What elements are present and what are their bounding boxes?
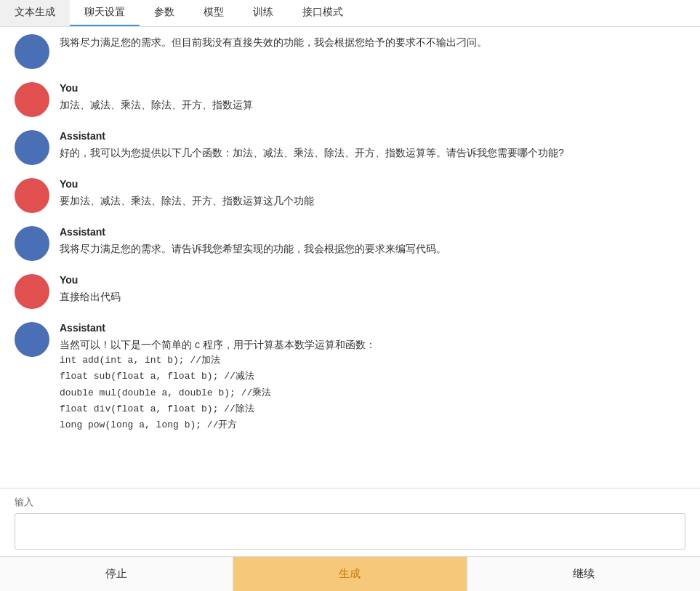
message-row: You 加法、减法、乘法、除法、开方、指数运算	[15, 82, 685, 117]
message-content: You 加法、减法、乘法、除法、开方、指数运算	[60, 82, 685, 113]
tab-training[interactable]: 训练	[238, 0, 288, 26]
sender-name: You	[60, 178, 685, 190]
sender-name: You	[60, 274, 685, 286]
main-content: 我将尽力满足您的需求。但目前我没有直接失效的功能，我会根据您给予的要求不不输出刁…	[0, 27, 700, 591]
message-text: 我将尽力满足您的需求。请告诉我您希望实现的功能，我会根据您的要求来编写代码。	[60, 241, 685, 257]
avatar-user	[15, 274, 49, 309]
message-row: Assistant 我将尽力满足您的需求。请告诉我您希望实现的功能，我会根据您的…	[15, 226, 685, 261]
avatar-assistant	[15, 34, 49, 69]
message-row: You 直接给出代码	[15, 274, 685, 309]
message-row: You 要加法、减法、乘法、除法、开方、指数运算这几个功能	[15, 178, 685, 213]
message-content: Assistant 好的，我可以为您提供以下几个函数：加法、减法、乘法、除法、开…	[60, 130, 685, 161]
code-line: long pow(long a, long b); //开方	[60, 417, 685, 433]
message-text: 直接给出代码	[60, 289, 685, 305]
sender-name: Assistant	[60, 322, 685, 334]
message-content: You 要加法、减法、乘法、除法、开方、指数运算这几个功能	[60, 178, 685, 209]
avatar-assistant	[15, 322, 49, 357]
message-intro: 当然可以！以下是一个简单的 c 程序，用于计算基本数学运算和函数：	[60, 337, 685, 353]
tab-api-mode[interactable]: 接口模式	[288, 0, 358, 26]
tab-chat-settings[interactable]: 聊天设置	[70, 0, 140, 26]
code-block: int add(int a, int b); //加法 float sub(fl…	[60, 353, 685, 433]
message-content: You 直接给出代码	[60, 274, 685, 305]
generate-button[interactable]: 生成	[233, 557, 467, 591]
tab-bar: 文本生成 聊天设置 参数 模型 训练 接口模式	[0, 0, 700, 27]
chat-scroll-area[interactable]: 我将尽力满足您的需求。但目前我没有直接失效的功能，我会根据您给予的要求不不输出刁…	[0, 27, 700, 488]
chat-input[interactable]	[15, 513, 685, 550]
button-bar: 停止 生成 继续	[0, 556, 700, 591]
avatar-assistant	[15, 130, 49, 165]
avatar-user	[15, 82, 49, 117]
tab-params[interactable]: 参数	[140, 0, 189, 26]
stop-button[interactable]: 停止	[0, 557, 233, 591]
continue-button[interactable]: 继续	[467, 557, 700, 591]
message-row: 我将尽力满足您的需求。但目前我没有直接失效的功能，我会根据您给予的要求不不输出刁…	[15, 34, 685, 69]
message-content: 我将尽力满足您的需求。但目前我没有直接失效的功能，我会根据您给予的要求不不输出刁…	[60, 34, 685, 50]
message-text: 加法、减法、乘法、除法、开方、指数运算	[60, 97, 685, 113]
message-row: Assistant 当然可以！以下是一个简单的 c 程序，用于计算基本数学运算和…	[15, 322, 685, 433]
message-content: Assistant 当然可以！以下是一个简单的 c 程序，用于计算基本数学运算和…	[60, 322, 685, 433]
message-text: 好的，我可以为您提供以下几个函数：加法、减法、乘法、除法、开方、指数运算等。请告…	[60, 145, 685, 161]
code-line: float sub(float a, float b); //减法	[60, 369, 685, 385]
code-line: float div(float a, float b); //除法	[60, 401, 685, 417]
sender-name: You	[60, 82, 685, 94]
sender-name: Assistant	[60, 226, 685, 238]
message-row: Assistant 好的，我可以为您提供以下几个函数：加法、减法、乘法、除法、开…	[15, 130, 685, 165]
code-line: int add(int a, int b); //加法	[60, 353, 685, 369]
avatar-assistant	[15, 226, 49, 261]
avatar-user	[15, 178, 49, 213]
input-label: 输入	[15, 496, 685, 509]
tab-model[interactable]: 模型	[189, 0, 238, 26]
code-line: double mul(double a, double b); //乘法	[60, 385, 685, 401]
message-text: 我将尽力满足您的需求。但目前我没有直接失效的功能，我会根据您给予的要求不不输出刁…	[60, 34, 685, 50]
message-content: Assistant 我将尽力满足您的需求。请告诉我您希望实现的功能，我会根据您的…	[60, 226, 685, 257]
sender-name: Assistant	[60, 130, 685, 142]
message-text: 要加法、减法、乘法、除法、开方、指数运算这几个功能	[60, 193, 685, 209]
tab-text-gen[interactable]: 文本生成	[0, 0, 70, 26]
input-area: 输入	[0, 488, 700, 556]
